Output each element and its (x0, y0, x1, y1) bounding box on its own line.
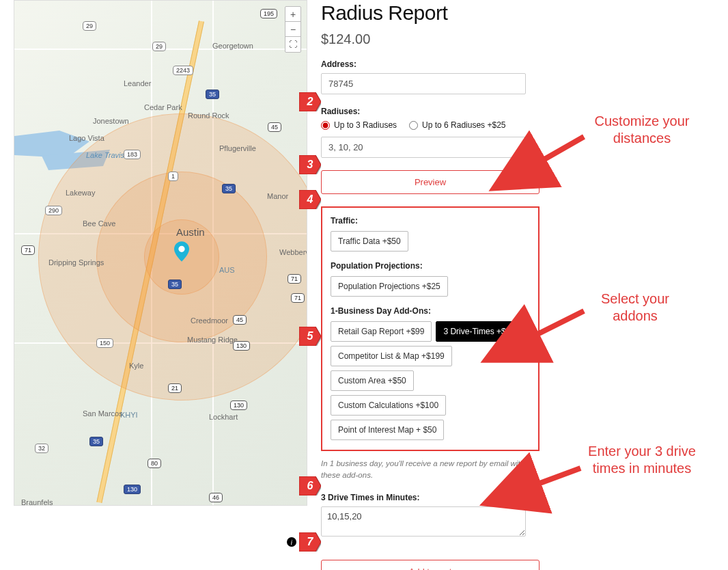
svg-line-8 (529, 311, 584, 338)
map-label: Mustang Ridge (187, 336, 238, 344)
route-badge: 29 (83, 21, 96, 31)
map-label: Cedar Park (144, 103, 182, 111)
route-badge: 71 (288, 274, 301, 284)
arrow-icon (519, 308, 587, 351)
route-badge: 35 (168, 280, 182, 289)
route-badge: 183 (124, 150, 141, 159)
arrow-icon (526, 133, 587, 177)
svg-line-7 (536, 137, 584, 164)
map-label: Jonestown (93, 117, 129, 125)
step-badge-7: 7 (299, 532, 321, 552)
map-label: San Marcos (83, 409, 123, 418)
chip-population[interactable]: Population Projections +$25 (331, 276, 448, 297)
preview-button[interactable]: Preview (321, 170, 540, 194)
route-badge: 2243 (173, 66, 193, 75)
page-title: Radius Report (321, 1, 553, 25)
map-label: AUS (219, 266, 235, 274)
addons-help-text: In 1 business day, you'll receive a new … (321, 458, 533, 482)
map-pin-icon (174, 241, 189, 262)
price-text: $124.00 (321, 31, 553, 47)
map-label: Georgetown (212, 42, 253, 50)
route-badge: 290 (45, 206, 62, 215)
population-label: Population Projections: (331, 261, 530, 271)
chip-drive-times[interactable]: 3 Drive-Times +$50 (436, 321, 522, 342)
route-badge: 35 (206, 90, 219, 99)
svg-line-9 (531, 468, 580, 487)
radiuses-input[interactable] (321, 137, 526, 158)
svg-point-0 (178, 246, 184, 252)
map-label: Round Rock (188, 111, 229, 120)
route-badge: 35 (222, 184, 236, 193)
route-badge: 32 (35, 444, 48, 453)
route-badge: 35 (89, 437, 103, 446)
map-zoom-controls: + − ⛶ (285, 6, 301, 53)
address-input[interactable] (321, 73, 526, 94)
route-badge: 46 (209, 493, 223, 502)
route-badge: 130 (230, 401, 247, 410)
step-badge-3: 3 (299, 155, 321, 174)
map-label: Dripping Springs (48, 258, 104, 267)
map-label: Webberville (279, 248, 307, 256)
map-label: Lake Travis (86, 151, 124, 159)
radiuses-opt-3[interactable]: Up to 3 Radiuses (321, 120, 397, 130)
route-badge: 130 (124, 485, 141, 494)
map-label: Lago Vista (69, 134, 104, 142)
step-badge-6: 6 (299, 476, 321, 496)
drivetimes-input[interactable] (321, 506, 526, 537)
zoom-in-button[interactable]: + (285, 7, 300, 22)
route-badge: 130 (233, 341, 250, 351)
map[interactable]: Austin Georgetown Round Rock Pflugervill… (14, 0, 307, 506)
route-badge: 45 (233, 315, 247, 325)
route-badge: 150 (96, 338, 113, 348)
map-label: KHYI (120, 411, 138, 419)
route-badge: 195 (260, 9, 277, 18)
annotation-distances: Customize your distances (580, 113, 703, 147)
fullscreen-button[interactable]: ⛶ (285, 37, 300, 52)
map-label: Pflugerville (219, 144, 256, 152)
add-to-cart-button[interactable]: Add to cart (321, 560, 540, 571)
route-badge: 29 (152, 42, 166, 51)
arrow-icon (522, 465, 584, 502)
map-label-austin: Austin (176, 226, 205, 238)
radio-label: Up to 6 Radiuses +$25 (422, 120, 505, 130)
route-badge: 71 (291, 293, 305, 303)
map-label: Creedmoor (191, 316, 228, 325)
chip-traffic-data[interactable]: Traffic Data +$50 (331, 231, 408, 252)
map-label: Lockhart (209, 413, 238, 421)
radiuses-opt-6[interactable]: Up to 6 Radiuses +$25 (409, 120, 505, 130)
route-badge: 21 (168, 383, 182, 393)
step-badge-4: 4 (299, 190, 321, 209)
addons-label: 1-Business Day Add-Ons: (331, 306, 530, 316)
chip-poi-map[interactable]: Point of Interest Map + $50 (331, 420, 444, 440)
radiuses-label: Radiuses: (321, 107, 553, 116)
radiuses-radio-6[interactable] (409, 121, 418, 130)
address-label: Address: (321, 59, 553, 69)
map-label: Kyle (129, 362, 143, 370)
radio-label: Up to 3 Radiuses (334, 120, 397, 130)
chip-competitor[interactable]: Competitor List & Map +$199 (331, 346, 452, 366)
chip-retail-gap[interactable]: Retail Gap Report +$99 (331, 321, 432, 342)
chip-custom-area[interactable]: Custom Area +$50 (331, 370, 414, 391)
route-badge: 45 (268, 122, 281, 132)
map-label: Manor (267, 192, 288, 200)
radiuses-radio-3[interactable] (321, 121, 330, 130)
zoom-out-button[interactable]: − (285, 22, 300, 37)
step-badge-2: 2 (299, 92, 321, 111)
info-icon[interactable]: i (287, 537, 296, 547)
route-badge: 80 (148, 459, 161, 468)
map-label: Lakeway (66, 189, 95, 197)
map-label: Bee Cave (83, 219, 115, 228)
map-label: Braunfels (21, 498, 53, 506)
addons-box: Traffic: Traffic Data +$50 Population Pr… (321, 206, 540, 451)
drivetimes-label: 3 Drive Times in Minutes: (321, 493, 553, 502)
route-badge: 1 (168, 172, 178, 181)
chip-custom-calc[interactable]: Custom Calculations +$100 (331, 395, 446, 416)
annotation-drivetimes: Enter your 3 drive times in minutes (570, 443, 714, 477)
route-badge: 71 (21, 245, 35, 255)
step-badge-5: 5 (299, 327, 321, 346)
traffic-label: Traffic: (331, 216, 530, 226)
annotation-addons: Select your addons (580, 290, 690, 325)
map-label: Leander (124, 79, 151, 87)
